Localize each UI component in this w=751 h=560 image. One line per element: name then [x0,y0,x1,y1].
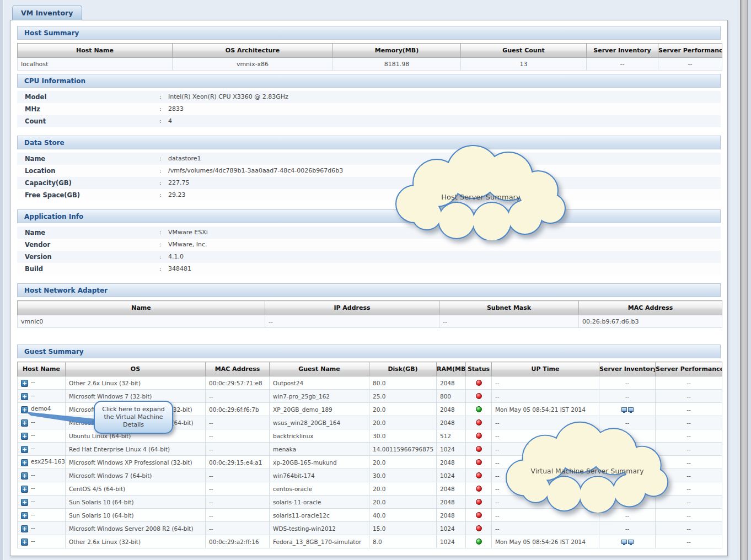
info-label: Version [17,251,159,263]
guest-row: +-- Other 2.6x Linux (32-bit) 00:0c:29:5… [18,376,722,390]
cloud-callout-vm-server-summary: Virtual Machine Server Summary [492,419,683,513]
info-label: Location [17,165,159,177]
info-colon: : [159,251,168,263]
cloud-host-label: Host Server Summary [441,193,521,201]
col-host-name: Host Name [18,362,66,376]
expand-row-icon[interactable]: + [21,393,28,400]
status-led-icon [476,433,482,439]
guest-os-cell: Microsoft Windows 7 (64-bit) [66,469,206,482]
info-value: datastore1 [168,153,201,165]
expand-row-icon[interactable]: + [21,459,28,466]
guest-host-label: -- [31,511,35,518]
col-guest-count: Guest Count [461,44,587,58]
status-led-icon [476,393,482,399]
guest-inventory-cell: -- [599,522,656,535]
application-info-header: Application Info [17,209,721,223]
guest-os-cell: Other 2.6x Linux (32-bit) [66,376,206,390]
guest-performance-cell: -- [656,535,722,548]
guest-performance-cell: -- [656,376,722,390]
guest-inventory-cell [599,535,656,548]
expand-row-icon[interactable]: + [21,380,28,387]
guest-status-cell [466,403,492,416]
guest-name-cell: solaris11-oracle12c [270,509,369,522]
status-led-icon [476,459,482,465]
col-server-performance: Server Performance [656,362,722,376]
guest-host-cell: +-- [18,469,66,482]
guest-disk-cell: 20.0 [369,482,437,496]
expand-row-icon[interactable]: + [21,539,28,546]
guest-disk-cell: 8.0 [369,535,437,548]
expand-row-icon[interactable]: + [21,446,28,453]
guest-mac-cell: 00:0c:29:15:e4:a1 [206,456,270,469]
os-arch-cell: vmnix-x86 [173,58,333,71]
guest-disk-cell: 20.0 [369,496,437,509]
guest-host-cell: +-- [18,443,66,456]
guest-status-cell [466,482,492,496]
guest-name-cell: wsus_win28_20GB_164 [270,416,369,429]
guest-ram-cell: 1024 [437,522,466,535]
guest-mac-cell: 00:0c:29:57:71:e8 [206,376,270,390]
server-inventory-icon[interactable] [621,406,634,413]
guest-host-label: -- [31,432,35,438]
tab-vm-inventory[interactable]: VM Inventory [12,5,82,20]
adapter-ip-cell: -- [265,315,439,328]
guest-mac-cell: -- [206,429,270,443]
info-label: Model [17,91,159,103]
server-inventory-icon[interactable] [621,539,634,545]
guest-ram-cell: 1024 [437,469,466,482]
info-row: MHz : 2833 [17,103,721,115]
guest-name-cell: centos-oracle [270,482,369,496]
info-colon: : [159,239,168,251]
col-guest-name: Guest Name [270,362,369,376]
expand-row-icon[interactable]: + [21,472,28,480]
info-colon: : [159,91,168,103]
vertical-scrollbar[interactable] [740,0,748,560]
monitor-icon [621,407,627,412]
guest-name-cell: xp-20GB-165-mukund [270,456,369,469]
guest-ram-cell: 2048 [437,376,466,390]
status-led-icon [476,499,482,505]
guest-host-label: -- [31,498,35,504]
guest-disk-cell: 20.0 [369,416,437,429]
info-colon: : [159,153,168,165]
guest-os-cell: Sun Solaris 10 (64-bit) [66,496,206,509]
expand-row-icon[interactable]: + [21,486,28,493]
guest-host-label: esx254-163 [31,458,65,465]
guest-uptime-cell: Mon May 05 08:54:26 IST 2014 [492,535,599,548]
server-inventory-cell: -- [587,58,658,71]
guest-header-row: Host Name OS MAC Address Guest Name Disk… [18,362,722,376]
guest-host-cell: +-- [18,376,66,390]
guest-mac-cell: -- [206,522,270,535]
guest-inventory-cell: -- [599,390,656,403]
info-row: Location : /vmfs/volumes/4dc789b1-3aa0aa… [17,165,721,177]
guest-name-cell: win7-pro_25gb_162 [270,390,369,403]
info-value: Intel(R) Xeon(R) CPU X3360 @ 2.83GHz [168,91,288,103]
guest-disk-cell: 40.0 [369,509,437,522]
col-mac-address: MAC Address [206,362,270,376]
expand-row-icon[interactable]: + [21,512,28,519]
col-server-inventory: Server Inventory [599,362,656,376]
guest-host-label: -- [31,379,35,385]
info-row: Capacity(GB) : 227.75 [17,177,721,189]
info-colon: : [159,165,168,177]
expand-row-icon[interactable]: + [21,525,28,532]
host-summary-header-row: Host Name OS Architecture Memory(MB) Gue… [18,44,722,58]
host-network-adapter-table: Name IP Address Subnet Mask MAC Address … [17,300,722,328]
guest-name-cell: WDS-testing-win2012 [270,522,369,535]
info-value: 29.23 [168,189,186,201]
col-mac-address: MAC Address [579,301,722,315]
expand-row-icon[interactable]: + [21,433,28,440]
guest-ram-cell: 2048 [437,403,466,416]
guest-os-cell: Microsoft Windows Server 2008 R2 (64-bit… [66,522,206,535]
info-label: MHz [17,103,159,115]
col-subnet-mask: Subnet Mask [439,301,579,315]
expand-hint-tooltip: Click here to expand the Virtual Machine… [94,401,173,434]
info-row: Model : Intel(R) Xeon(R) CPU X3360 @ 2.8… [17,91,721,103]
expand-row-icon[interactable]: + [21,499,28,506]
guest-name-cell: Fedora_13_8GB_170-simulator [270,535,369,548]
status-led-icon [476,525,482,531]
info-label: Name [17,153,159,165]
guest-performance-cell: -- [656,403,722,416]
guest-mac-cell: -- [206,416,270,429]
guest-uptime-cell: Mon May 05 08:54:21 IST 2014 [492,403,599,416]
